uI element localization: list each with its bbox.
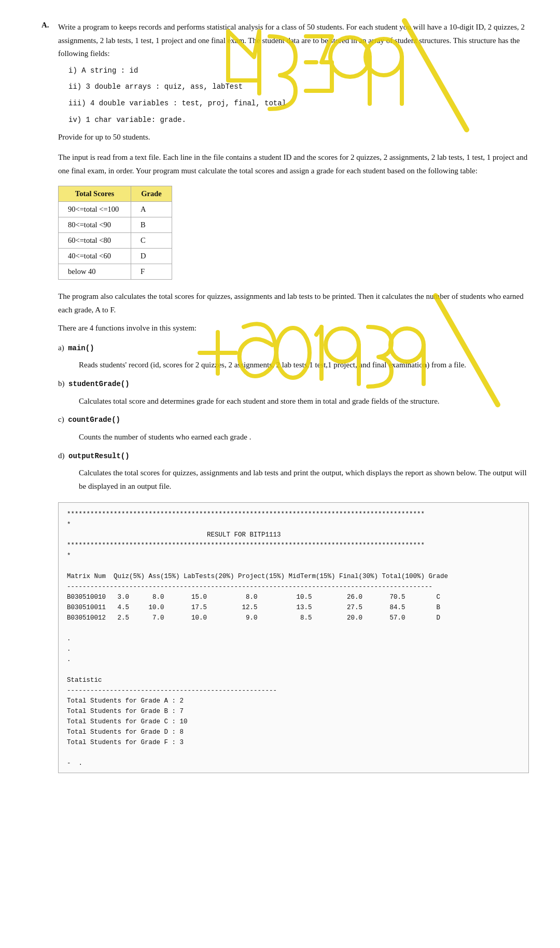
grade-table-cell: 90<=total <=100 [59, 202, 131, 217]
func-name: studentGrade() [68, 380, 130, 388]
field-iii: iii) 4 double variables : test, proj, fi… [68, 98, 529, 110]
field-iv: iv) 1 char variable: grade. [68, 114, 529, 127]
grade-table-header-scores: Total Scores [59, 186, 131, 202]
func-label: c) [58, 415, 68, 423]
question-a: A. Write a program to keeps records and … [41, 21, 529, 773]
grade-table-cell: B [131, 217, 172, 233]
grade-table-cell: A [131, 202, 172, 217]
functions-section: a) main()Reads students' record (id, sco… [58, 341, 529, 493]
grade-table-cell: C [131, 233, 172, 249]
func-desc: Reads students' record (id, scores for 2… [79, 359, 529, 372]
fields-list: i) A string : id ii) 3 double arrays : q… [68, 65, 529, 127]
grade-table-header-grade: Grade [131, 186, 172, 202]
function-item: b) studentGrade()Calculates total score … [58, 377, 529, 408]
field-ii: ii) 3 double arrays : quiz, ass, labTest [68, 81, 529, 93]
func-name: main() [68, 344, 94, 352]
input-desc: The input is read from a text file. Each… [58, 151, 529, 177]
func-label: a) [58, 344, 68, 352]
functions-intro: There are 4 functions involve in this sy… [58, 322, 529, 335]
question-body: Write a program to keeps records and per… [58, 21, 529, 773]
grade-table-cell: F [131, 264, 172, 280]
field-i: i) A string : id [68, 65, 529, 77]
question-letter: A. [41, 21, 58, 773]
function-item: a) main()Reads students' record (id, sco… [58, 341, 529, 372]
func-desc: Calculates the total scores for quizzes,… [79, 466, 529, 493]
func-desc: Counts the number of students who earned… [79, 431, 529, 444]
also-desc: The program also calculates the total sc… [58, 290, 529, 317]
output-box: ****************************************… [58, 502, 529, 773]
func-name: outputResult() [68, 452, 130, 460]
func-desc: Calculates total score and determines gr… [79, 395, 529, 408]
func-label: d) [58, 451, 68, 460]
provide-text: Provide for up to 50 students. [58, 131, 529, 144]
func-label: b) [58, 379, 68, 388]
grade-table-cell: below 40 [59, 264, 131, 280]
grade-table-cell: D [131, 249, 172, 264]
grade-table-cell: 80<=total <90 [59, 217, 131, 233]
function-item: d) outputResult()Calculates the total sc… [58, 449, 529, 493]
question-intro: Write a program to keeps records and per… [58, 21, 529, 61]
grade-table: Total Scores Grade 90<=total <=100A80<=t… [58, 186, 172, 280]
function-item: c) countGrade()Counts the number of stud… [58, 413, 529, 444]
grade-table-cell: 40<=total <60 [59, 249, 131, 264]
func-name: countGrade() [68, 416, 120, 424]
grade-table-cell: 60<=total <80 [59, 233, 131, 249]
